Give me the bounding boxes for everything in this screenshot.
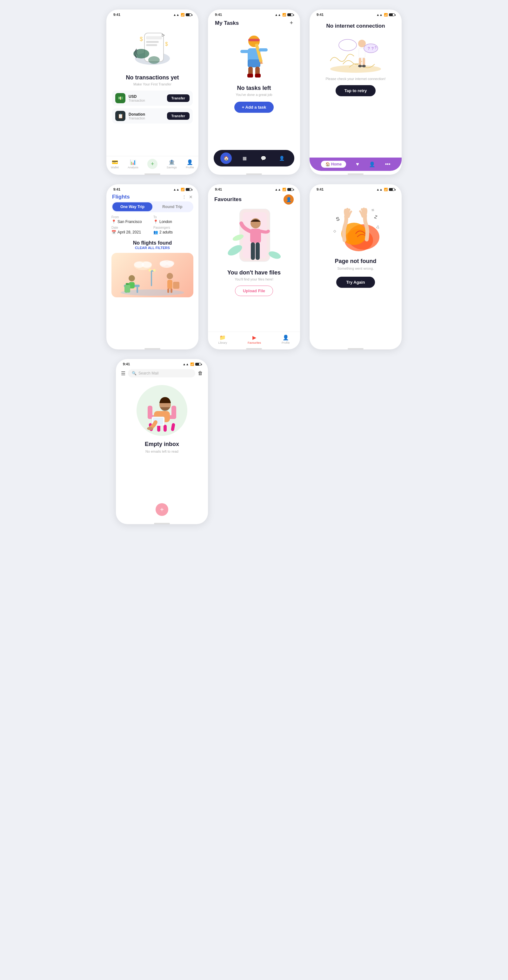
purple-nav-home[interactable]: 🏠 Home [321,161,346,168]
from-label: From [111,215,151,219]
favourites-body: You don't have files You'll find your fi… [208,206,300,332]
svg-text:▷: ▷ [162,33,165,37]
svg-text:?: ? [371,46,374,51]
wifi-icon: 📶 [181,13,184,16]
purple-nav-more[interactable]: ••• [385,161,391,167]
svg-text:?: ? [375,46,376,49]
tasks-nav-profile[interactable]: 👤 [276,153,288,164]
favourites-title: Favourites [214,196,241,203]
status-bar-5: 9:41 ▲▲ 📶 [208,184,300,192]
nav-wallet[interactable]: 💳 Wallet [111,159,119,169]
donation-transfer-button[interactable]: Transfer [167,112,189,120]
profile-nav[interactable]: 👤 Profile [282,334,290,344]
svg-text:◇: ◇ [333,229,336,233]
status-icons-2: ▲▲ 📶 [275,13,293,16]
flights-illustration [111,253,194,298]
to-pin-icon: 📍 [153,220,158,224]
analysis-icon: 📊 [130,159,136,165]
flights-body: One Way Trip Round Trip From 📍 San Franc… [106,201,198,345]
library-nav[interactable]: 📁 Library [218,334,227,344]
signal-icon: ▲▲ [173,13,179,16]
compose-mail-button[interactable]: + [156,503,168,516]
svg-rect-3 [146,41,159,43]
tap-to-retry-button[interactable]: Tap to retry [336,85,376,96]
not-found-illustration: S Z △ ◇ ≋ [327,202,384,253]
tasks-nav-grid[interactable]: ▦ [239,153,251,164]
flights-header-icons: ⋮ ✕ [182,194,193,199]
favourites-svg [225,206,283,269]
purple-nav-heart[interactable]: ♥ [356,161,359,167]
favourites-nav[interactable]: ▶ Favourites [248,334,261,344]
date-label: Date [111,226,151,229]
upload-file-button[interactable]: Upload File [235,286,273,296]
tasks-add-icon[interactable]: + [290,20,293,26]
library-icon: 📁 [219,334,226,340]
status-bar-1: 9:41 ▲▲ 📶 [106,10,198,18]
status-icons-5: ▲▲ 📶 [275,188,293,191]
hamburger-icon[interactable]: ☰ [121,371,125,376]
one-way-trip-button[interactable]: One Way Trip [113,202,152,211]
favourites-bottom-nav: 📁 Library ▶ Favourites 👤 Profile [208,332,300,345]
tasks-title: My Tasks [215,20,239,26]
no-flights-title: No flights found [111,240,194,246]
mail-trash-icon[interactable]: 🗑 [198,371,203,376]
svg-text:?: ? [368,46,370,51]
profile-icon-3: 👤 [369,161,375,167]
nav-savings[interactable]: 🏦 Savings [167,159,177,169]
phone-no-internet: 9:41 ▲▲ 📶 No internet connection [310,10,402,175]
no-internet-svg: ? ? ? [327,32,384,74]
svg-rect-44 [167,288,169,293]
search-mail-bar[interactable]: 🔍 Search Mail [128,369,195,377]
scroll-indicator-1 [144,173,160,175]
battery-icon-4 [186,188,192,191]
calendar-icon: 📅 [111,230,116,234]
search-mail-placeholder: Search Mail [138,371,159,375]
round-trip-button[interactable]: Round Trip [152,202,192,211]
wifi-icon-3: 📶 [384,13,388,16]
tasks-nav-home[interactable]: 🏠 [220,153,232,164]
to-city: London [159,220,172,224]
flights-more-icon[interactable]: ⋮ [182,194,186,199]
phone-my-tasks: 9:41 ▲▲ 📶 My Tasks + [208,10,300,175]
usd-transfer-button[interactable]: Transfer [167,94,189,102]
usd-label: Transaction [129,99,167,102]
empty-inbox-sub: No emails left to read [145,450,178,453]
flights-close-icon[interactable]: ✕ [189,194,193,199]
svg-rect-43 [167,280,172,289]
svg-point-49 [141,261,152,268]
trip-toggle: One Way Trip Round Trip [111,201,194,212]
passengers-value: 👥 2 adults [153,230,194,234]
battery-icon-3 [389,13,395,16]
tasks-nav-chat[interactable]: 💬 [257,153,269,164]
date-text: April 28, 2021 [117,230,141,234]
analysis-label: Analysis [128,166,138,169]
no-internet-title: No internet connection [326,23,385,29]
svg-point-85 [147,427,153,430]
battery-icon-5 [287,188,293,191]
nav-profile-1[interactable]: 👤 Profile [186,159,194,169]
mail-body: Empty inbox No emails left to read + [116,379,208,520]
nav-plus[interactable]: + [147,159,157,169]
time-7: 9:41 [123,362,130,366]
add-task-button[interactable]: + Add a task [234,102,274,113]
flight-form: From 📍 San Francisco To 📍 London Date [111,215,194,234]
phone1-body: $ $ ▷ No transactions yet Make Your Firs… [106,18,198,156]
svg-text:≋: ≋ [371,207,375,213]
clear-filters-button[interactable]: CLEAR ALL FILTERS [111,246,194,250]
plus-button[interactable]: + [147,159,157,169]
svg-text:S: S [335,216,340,222]
svg-rect-46 [173,282,179,289]
bottom-nav-1: 💳 Wallet 📊 Analysis + 🏦 Savings 👤 Profil… [106,156,198,171]
from-group: From 📍 San Francisco [111,215,151,224]
svg-rect-26 [363,58,365,66]
donation-icon: 📋 [115,111,125,121]
page-not-found-title: Page not found [335,258,376,265]
from-pin-icon: 📍 [111,220,116,224]
svg-text:△: △ [376,224,380,229]
nav-analysis[interactable]: 📊 Analysis [128,159,138,169]
purple-nav-profile[interactable]: 👤 [369,161,375,167]
svg-point-52 [167,261,174,266]
svg-rect-75 [148,406,152,419]
try-again-button[interactable]: Try Again [336,277,375,288]
battery-icon-6 [389,188,395,191]
